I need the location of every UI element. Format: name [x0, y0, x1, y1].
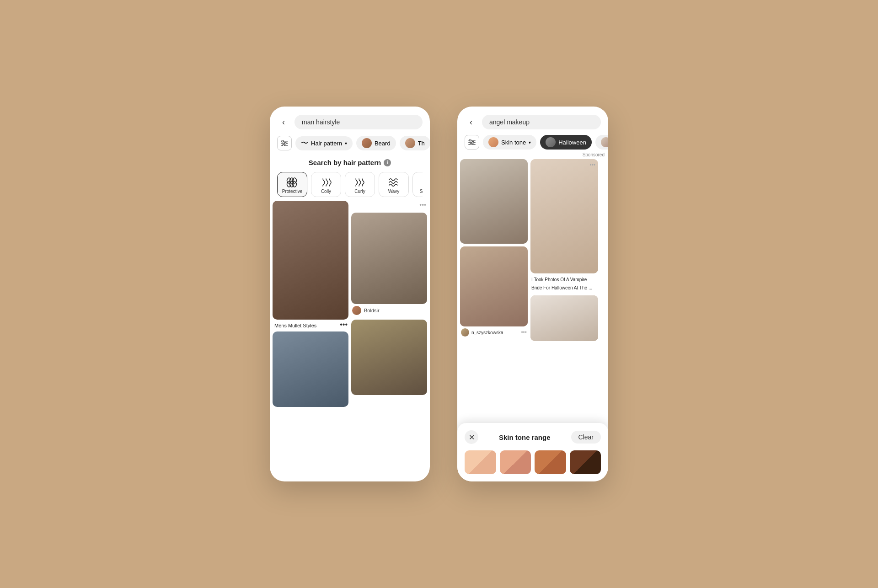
straight-label: Straight — [420, 189, 423, 194]
halloween-chip[interactable]: Halloween — [540, 135, 592, 150]
filter-icon-btn-right[interactable] — [465, 135, 479, 150]
svg-point-9 — [469, 139, 471, 141]
wavy-pattern-icon — [387, 176, 400, 189]
search-bar-right[interactable]: angel makeup — [482, 115, 601, 129]
wavy-label: Wavy — [388, 189, 400, 194]
protective-pattern-icon — [286, 176, 299, 189]
skin-tone-chip[interactable]: Skin tone ▾ — [483, 135, 536, 150]
right-col-right: ••• I Took Photos Of A Vampire Bride For… — [530, 159, 598, 341]
grid-item-man1[interactable]: Mens Mullet Styles ••• — [273, 201, 348, 329]
man1-more-btn[interactable]: ••• — [340, 321, 348, 329]
protective-label: Protective — [282, 189, 302, 194]
third-label: Th — [418, 140, 425, 147]
sliders-icon-right — [468, 139, 476, 145]
svg-point-4 — [284, 142, 286, 144]
hair-pattern-chevron: ▾ — [345, 141, 347, 146]
hair-pattern-label: Hair pattern — [311, 140, 342, 147]
hair-pattern-icon: 〜 — [301, 139, 308, 148]
ri3-label: I Took Photos Of A Vampire Bride For Hal… — [531, 277, 592, 290]
search-query-left: man hairstyle — [302, 118, 340, 126]
bottom-sheet-header: ✕ Skin tone range Clear — [465, 430, 601, 444]
screens-container: ‹ man hairstyle 〜 Hair pat — [270, 107, 608, 481]
last-chip[interactable]: D — [595, 135, 608, 150]
filter-icon-btn-left[interactable] — [277, 136, 292, 150]
search-query-right: angel makeup — [489, 118, 530, 126]
man2-user-name: Boldsir — [364, 308, 380, 313]
skin-tone-bottom-sheet: ✕ Skin tone range Clear — [457, 423, 608, 481]
man4-image — [351, 320, 427, 395]
left-header: ‹ man hairstyle — [270, 107, 430, 133]
curly-label: Curly — [354, 189, 365, 194]
straight-pattern-icon — [421, 176, 423, 189]
man2-user-avatar — [352, 306, 361, 315]
clear-btn[interactable]: Clear — [571, 431, 601, 444]
last-avatar — [601, 137, 608, 147]
right-img-1[interactable] — [460, 159, 528, 244]
man1-label-row: Mens Mullet Styles ••• — [273, 320, 348, 329]
right-img-2-container: n_szyszkowska ••• — [460, 246, 528, 338]
right-col-left: n_szyszkowska ••• — [460, 159, 528, 341]
swatch-light[interactable] — [465, 450, 496, 474]
right-img-4[interactable] — [530, 295, 598, 341]
halloween-avatar — [546, 137, 556, 147]
skin-tone-swatches — [465, 450, 601, 474]
right-img-3-container: ••• I Took Photos Of A Vampire Bride For… — [530, 159, 598, 293]
beard-avatar — [362, 138, 372, 148]
grid-item-man2[interactable]: Boldsir — [351, 213, 427, 317]
man2-user-row: Boldsir — [351, 304, 427, 317]
coily-label: Coily — [321, 189, 331, 194]
skin-tone-avatar — [488, 137, 498, 147]
swatch-dark[interactable] — [570, 450, 601, 474]
svg-point-11 — [470, 144, 472, 145]
man3-image — [273, 331, 348, 407]
ri2-user-name: n_szyszkowska — [471, 330, 503, 335]
skin-tone-chevron: ▾ — [529, 140, 531, 145]
man1-image — [273, 201, 348, 320]
pattern-chip-coily[interactable]: Coily — [311, 172, 341, 197]
right-img-3[interactable]: ••• — [530, 159, 598, 273]
back-button-left[interactable]: ‹ — [277, 116, 290, 128]
left-phone-screen: ‹ man hairstyle 〜 Hair pat — [270, 107, 430, 481]
ri2-more-btn[interactable]: ••• — [521, 329, 527, 336]
swatch-medium-light[interactable] — [500, 450, 531, 474]
pattern-chip-straight[interactable]: Straight — [412, 172, 423, 197]
third-chip[interactable]: Th — [400, 136, 430, 150]
halloween-label: Halloween — [558, 139, 586, 146]
hair-pattern-title: Search by hair pattern i — [277, 159, 423, 166]
hair-pattern-chip[interactable]: 〜 Hair pattern ▾ — [295, 136, 353, 150]
sheet-title: Skin tone range — [499, 433, 551, 441]
grid-col-1: Mens Mullet Styles ••• — [273, 201, 348, 407]
search-bar-left[interactable]: man hairstyle — [294, 115, 423, 129]
info-icon[interactable]: i — [384, 159, 391, 166]
pattern-chip-wavy[interactable]: Wavy — [379, 172, 409, 197]
pattern-chips-row: Protective Coily — [277, 172, 423, 197]
third-avatar — [405, 138, 415, 148]
ri2-user-avatar — [461, 328, 469, 337]
svg-point-5 — [283, 144, 284, 146]
pattern-chip-curly[interactable]: Curly — [345, 172, 375, 197]
pattern-chip-protective[interactable]: Protective — [277, 172, 307, 197]
right-filter-row: Skin tone ▾ Halloween D — [457, 133, 608, 151]
close-bottom-sheet-btn[interactable]: ✕ — [465, 430, 478, 444]
sliders-icon — [281, 140, 288, 146]
beard-label: Beard — [375, 140, 391, 147]
back-button-right[interactable]: ‹ — [465, 116, 477, 128]
right-img-2[interactable] — [460, 246, 528, 326]
right-header: ‹ angel makeup — [457, 107, 608, 133]
col2-more-btn-top[interactable]: ••• — [419, 201, 426, 208]
right-phone-screen: ‹ angel makeup Skin tone — [457, 107, 608, 481]
col2-more-top: ••• — [351, 201, 427, 210]
grid-item-man4[interactable] — [351, 320, 427, 395]
man1-label: Mens Mullet Styles — [273, 321, 316, 328]
ri3-more-btn[interactable]: ••• — [589, 162, 595, 168]
beard-chip[interactable]: Beard — [356, 136, 396, 150]
curly-pattern-icon — [353, 176, 366, 189]
svg-point-10 — [472, 141, 474, 143]
grid-item-man3[interactable] — [273, 331, 348, 407]
swatch-medium-dark[interactable] — [535, 450, 566, 474]
man2-image — [351, 213, 427, 304]
filter-row-left: 〜 Hair pattern ▾ Beard Th — [270, 133, 430, 153]
right-image-grid: n_szyszkowska ••• ••• I Took P — [457, 157, 608, 343]
grid-col-2: ••• Boldsir — [351, 201, 427, 407]
coily-pattern-icon — [320, 176, 332, 189]
